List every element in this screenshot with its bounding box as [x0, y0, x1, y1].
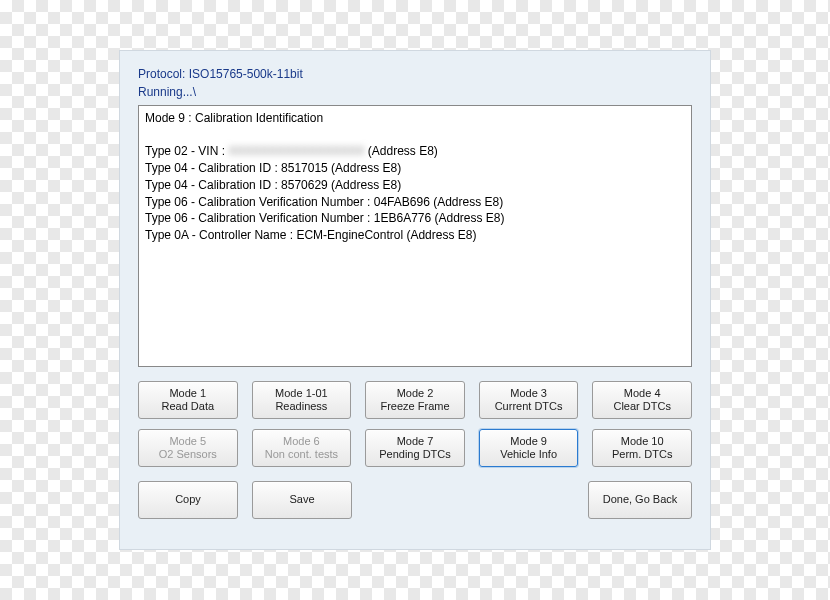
status-line: Running...\ [138, 85, 692, 99]
output-textarea[interactable]: Mode 9 : Calibration Identification Type… [138, 105, 692, 367]
protocol-label: Protocol: [138, 67, 185, 81]
protocol-line: Protocol: ISO15765-500k-11bit [138, 67, 692, 81]
output-row: Type 02 - VIN : XXXXXXXXXXXXXXXXX (Addre… [145, 143, 685, 160]
mode-button-grid: Mode 1 Read Data Mode 1-01 Readiness Mod… [138, 381, 692, 467]
vin-redacted: XXXXXXXXXXXXXXXXX [228, 143, 364, 160]
output-title: Mode 9 : Calibration Identification [145, 110, 685, 127]
bottom-button-row: Copy Save Done, Go Back [138, 481, 692, 519]
mode10-button[interactable]: Mode 10 Perm. DTCs [592, 429, 692, 467]
mode9-button[interactable]: Mode 9 Vehicle Info [479, 429, 579, 467]
mode5-button: Mode 5 O2 Sensors [138, 429, 238, 467]
copy-button[interactable]: Copy [138, 481, 238, 519]
output-row: Type 04 - Calibration ID : 8517015 (Addr… [145, 160, 685, 177]
output-row: Type 0A - Controller Name : ECM-EngineCo… [145, 227, 685, 244]
mode6-button: Mode 6 Non cont. tests [252, 429, 352, 467]
output-row: Type 04 - Calibration ID : 8570629 (Addr… [145, 177, 685, 194]
save-button[interactable]: Save [252, 481, 352, 519]
mode4-button[interactable]: Mode 4 Clear DTCs [592, 381, 692, 419]
mode1-button[interactable]: Mode 1 Read Data [138, 381, 238, 419]
done-button[interactable]: Done, Go Back [588, 481, 692, 519]
mode2-button[interactable]: Mode 2 Freeze Frame [365, 381, 465, 419]
output-row: Type 06 - Calibration Verification Numbe… [145, 210, 685, 227]
mode7-button[interactable]: Mode 7 Pending DTCs [365, 429, 465, 467]
output-row: Type 06 - Calibration Verification Numbe… [145, 194, 685, 211]
protocol-value: ISO15765-500k-11bit [189, 67, 303, 81]
obd-panel: Protocol: ISO15765-500k-11bit Running...… [119, 50, 711, 550]
mode3-button[interactable]: Mode 3 Current DTCs [479, 381, 579, 419]
mode1-01-button[interactable]: Mode 1-01 Readiness [252, 381, 352, 419]
